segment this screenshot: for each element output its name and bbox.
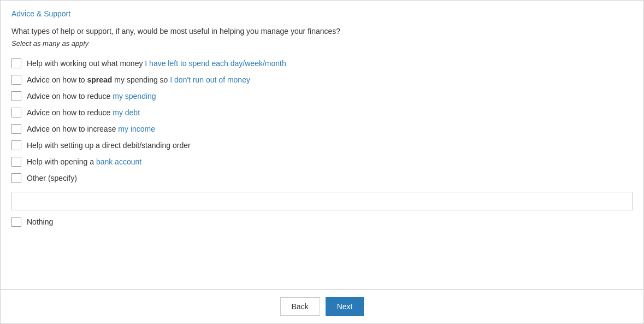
checkbox-opt7[interactable] [11, 157, 21, 167]
list-item: Advice on how to spread my spending so I… [11, 75, 633, 85]
checkbox-opt3[interactable] [11, 91, 21, 101]
option-label-2[interactable]: Advice on how to spread my spending so I… [27, 75, 250, 84]
option-label-1[interactable]: Help with working out what money I have … [27, 59, 286, 68]
checkbox-opt2[interactable] [11, 75, 21, 85]
sub-instruction: Select as many as apply [11, 39, 633, 48]
list-item: Help with working out what money I have … [11, 58, 633, 68]
list-item: Help with opening a bank account [11, 157, 633, 167]
list-item-nothing: Nothing [11, 217, 633, 227]
option-label-nothing[interactable]: Nothing [27, 217, 53, 226]
question-text: What types of help or support, if any, w… [11, 26, 633, 37]
content-area: Advice & Support What types of help or s… [1, 1, 643, 289]
list-item: Other (specify) [11, 173, 633, 183]
option-label-6[interactable]: Help with setting up a direct debit/stan… [27, 141, 191, 150]
checkbox-opt1[interactable] [11, 58, 21, 68]
option-label-4[interactable]: Advice on how to reduce my debt [27, 108, 140, 117]
option-label-8[interactable]: Other (specify) [27, 174, 77, 182]
checkbox-opt5[interactable] [11, 124, 21, 134]
footer-area: Back Next [1, 289, 643, 323]
other-specify-input[interactable] [11, 192, 633, 210]
back-button[interactable]: Back [280, 297, 320, 316]
options-list: Help with working out what money I have … [11, 58, 633, 183]
list-item: Advice on how to reduce my spending [11, 91, 633, 101]
list-item: Advice on how to reduce my debt [11, 108, 633, 117]
checkbox-opt6[interactable] [11, 140, 21, 150]
next-button[interactable]: Next [326, 297, 364, 316]
list-item: Advice on how to increase my income [11, 124, 633, 134]
list-item: Help with setting up a direct debit/stan… [11, 140, 633, 150]
option-label-5[interactable]: Advice on how to increase my income [27, 125, 155, 133]
option-label-7[interactable]: Help with opening a bank account [27, 157, 141, 166]
page-container: Advice & Support What types of help or s… [0, 0, 644, 324]
checkbox-opt4[interactable] [11, 108, 21, 117]
checkbox-opt8[interactable] [11, 173, 21, 183]
checkbox-nothing[interactable] [11, 217, 21, 227]
section-title: Advice & Support [11, 9, 633, 18]
option-label-3[interactable]: Advice on how to reduce my spending [27, 92, 156, 101]
